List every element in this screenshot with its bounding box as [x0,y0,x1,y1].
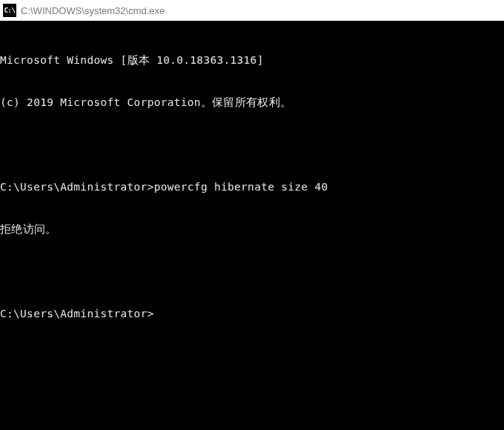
copyright-line: (c) 2019 Microsoft Corporation。保留所有权利。 [0,96,504,110]
current-prompt-line[interactable]: C:\Users\Administrator> [0,307,504,321]
version-line: Microsoft Windows [版本 10.0.18363.1316] [0,53,504,67]
terminal-output[interactable]: Microsoft Windows [版本 10.0.18363.1316] (… [0,21,504,430]
command-line-1: C:\Users\Administrator>powercfg hibernat… [0,180,504,194]
prompt-2: C:\Users\Administrator> [0,307,154,321]
cmd-icon-text: C:\ [4,7,16,14]
blank-line [0,138,504,152]
window-title: C:\WINDOWS\system32\cmd.exe [21,5,165,16]
title-bar: C:\ C:\WINDOWS\system32\cmd.exe [0,0,504,21]
command-1: powercfg hibernate size 40 [154,180,328,194]
cmd-icon: C:\ [3,4,16,17]
blank-line [0,265,504,279]
prompt-1: C:\Users\Administrator> [0,180,154,194]
output-line-1: 拒绝访问。 [0,222,504,236]
